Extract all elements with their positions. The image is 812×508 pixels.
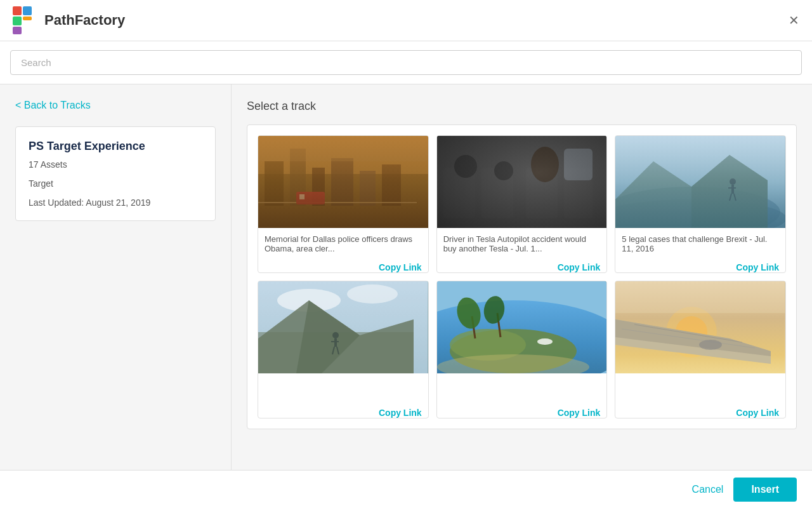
svg-rect-18 bbox=[437, 136, 607, 228]
svg-marker-31 bbox=[615, 155, 768, 228]
svg-rect-16 bbox=[258, 136, 428, 161]
track-updated: Last Updated: August 21, 2019 bbox=[29, 197, 202, 208]
track-item-image-5 bbox=[437, 281, 607, 373]
search-input[interactable] bbox=[10, 50, 802, 75]
svg-rect-2 bbox=[13, 17, 22, 25]
track-item: Copy Link bbox=[258, 281, 429, 418]
back-to-tracks-link[interactable]: < Back to Tracks bbox=[15, 100, 91, 111]
track-item-title bbox=[265, 380, 422, 403]
insert-button[interactable]: Insert bbox=[733, 478, 797, 502]
copy-link-button[interactable]: Copy Link bbox=[379, 408, 422, 418]
svg-rect-21 bbox=[526, 168, 558, 218]
svg-rect-22 bbox=[564, 168, 593, 218]
svg-line-36 bbox=[730, 194, 731, 201]
svg-point-68 bbox=[699, 340, 722, 350]
track-item-body-2: Driver in Tesla Autopilot accident would… bbox=[437, 228, 607, 267]
track-item-image-3 bbox=[615, 136, 785, 228]
track-item: Copy Link bbox=[436, 281, 608, 418]
svg-point-24 bbox=[494, 161, 513, 180]
svg-marker-32 bbox=[691, 155, 768, 228]
track-assets: 17 Assets bbox=[29, 159, 202, 170]
svg-point-59 bbox=[537, 338, 553, 345]
svg-rect-9 bbox=[312, 168, 325, 206]
logo-container: PathFactory bbox=[13, 6, 125, 34]
track-item-title bbox=[443, 380, 601, 403]
svg-line-37 bbox=[734, 194, 736, 201]
svg-rect-17 bbox=[437, 136, 607, 228]
track-item-title: Memorial for Dallas police officers draw… bbox=[265, 234, 422, 257]
track-item-body-5: Copy Link bbox=[437, 373, 607, 413]
track-item-title: Driver in Tesla Autopilot accident would… bbox=[443, 234, 601, 257]
track-item: Copy Link bbox=[615, 281, 786, 418]
track-item: Driver in Tesla Autopilot accident would… bbox=[436, 135, 608, 273]
svg-rect-8 bbox=[290, 149, 306, 206]
svg-point-33 bbox=[730, 178, 736, 185]
svg-rect-10 bbox=[331, 158, 353, 206]
svg-rect-38 bbox=[615, 136, 785, 228]
search-bar-container bbox=[0, 41, 812, 84]
svg-rect-14 bbox=[296, 192, 325, 204]
svg-rect-7 bbox=[265, 161, 284, 206]
sidebar: < Back to Tracks PS Target Experience 17… bbox=[0, 84, 232, 479]
svg-rect-20 bbox=[481, 168, 513, 218]
cancel-button[interactable]: Cancel bbox=[692, 484, 724, 495]
svg-rect-69 bbox=[615, 281, 785, 313]
svg-rect-27 bbox=[564, 149, 593, 180]
track-item-title: 5 legal cases that challenge Brexit - Ju… bbox=[622, 234, 779, 257]
track-item-body-4: Copy Link bbox=[258, 373, 428, 413]
header: PathFactory ✕ bbox=[0, 0, 812, 41]
svg-rect-3 bbox=[23, 17, 32, 20]
track-item-body-1: Memorial for Dallas police officers draw… bbox=[258, 228, 428, 267]
svg-rect-1 bbox=[23, 6, 32, 15]
svg-rect-11 bbox=[360, 171, 376, 206]
track-item: 5 legal cases that challenge Brexit - Ju… bbox=[615, 135, 786, 273]
svg-rect-50 bbox=[258, 281, 428, 373]
svg-rect-0 bbox=[13, 6, 22, 15]
track-item: Memorial for Dallas police officers draw… bbox=[258, 135, 429, 273]
track-item-image-6 bbox=[615, 281, 785, 373]
svg-point-25 bbox=[531, 147, 559, 182]
copy-link-button[interactable]: Copy Link bbox=[736, 408, 779, 418]
content-area: Select a track Memorial for Dalla bbox=[232, 84, 812, 479]
svg-rect-5 bbox=[258, 136, 428, 228]
track-item-body-6: Copy Link bbox=[615, 373, 785, 413]
svg-rect-28 bbox=[615, 136, 785, 228]
copy-link-button[interactable]: Copy Link bbox=[558, 262, 601, 272]
track-grid: Memorial for Dallas police officers draw… bbox=[247, 124, 797, 429]
track-title: PS Target Experience bbox=[29, 140, 202, 153]
track-item-image-2 bbox=[437, 136, 607, 228]
close-button[interactable]: ✕ bbox=[789, 13, 799, 28]
copy-link-button[interactable]: Copy Link bbox=[379, 262, 422, 272]
main-content: < Back to Tracks PS Target Experience 17… bbox=[0, 84, 812, 479]
track-target: Target bbox=[29, 178, 202, 189]
svg-rect-19 bbox=[443, 168, 475, 218]
copy-link-button[interactable]: Copy Link bbox=[558, 408, 601, 418]
footer: Cancel Insert bbox=[0, 470, 812, 508]
select-track-heading: Select a track bbox=[247, 100, 797, 113]
svg-rect-34 bbox=[731, 185, 734, 194]
svg-rect-4 bbox=[13, 27, 22, 34]
track-card: PS Target Experience 17 Assets Target La… bbox=[15, 126, 216, 221]
svg-point-23 bbox=[454, 155, 477, 178]
logo-text: PathFactory bbox=[44, 12, 125, 29]
svg-rect-12 bbox=[382, 164, 401, 206]
track-item-body-3: 5 legal cases that challenge Brexit - Ju… bbox=[615, 228, 785, 267]
copy-link-button[interactable]: Copy Link bbox=[736, 262, 779, 272]
track-item-title bbox=[622, 380, 779, 403]
pathfactory-logo-icon bbox=[13, 6, 38, 34]
track-item-image-4 bbox=[258, 281, 428, 373]
track-item-image-1 bbox=[258, 136, 428, 228]
svg-point-29 bbox=[615, 187, 780, 228]
svg-rect-26 bbox=[437, 136, 607, 228]
svg-rect-6 bbox=[258, 174, 428, 228]
svg-point-30 bbox=[615, 199, 785, 228]
svg-rect-15 bbox=[299, 194, 304, 199]
